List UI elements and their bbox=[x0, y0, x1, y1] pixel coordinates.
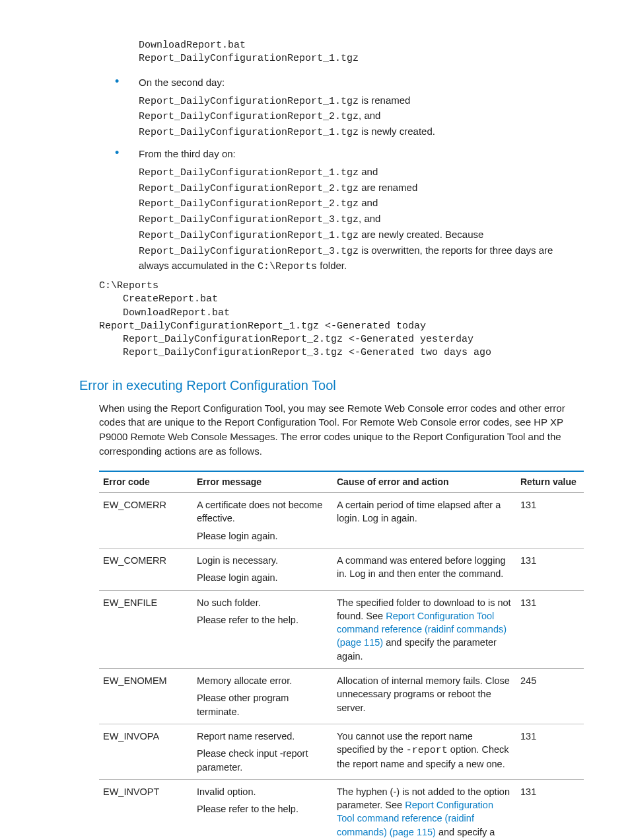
bullet-item: From the third day on: bbox=[99, 147, 584, 161]
section-paragraph: When using the Report Configuration Tool… bbox=[99, 401, 584, 459]
code-block: DownloadReport.bat Report_DailyConfigura… bbox=[139, 39, 584, 66]
table-row: EW_INVOPTInvalid option.Please refer to … bbox=[99, 779, 584, 840]
table-row: EW_INVOPAReport name reserved.Please che… bbox=[99, 724, 584, 779]
bullet-list: On the second day:Report_DailyConfigurat… bbox=[99, 75, 584, 275]
table-row: EW_COMERRLogin is necessary.Please login… bbox=[99, 548, 584, 590]
code-block: C:\Reports CreateReport.bat DownloadRepo… bbox=[99, 280, 584, 360]
error-codes-table: Error codeError messageCause of error an… bbox=[99, 471, 584, 841]
bullet-item: On the second day: bbox=[99, 75, 584, 89]
table-header: Return value bbox=[516, 471, 584, 493]
bullet-body: Report_DailyConfigurationReport_1.tgz an… bbox=[139, 165, 584, 274]
table-row: EW_ENFILENo such folder.Please refer to … bbox=[99, 590, 584, 668]
table-row: EW_ENOMEMMemory allocate error.Please ot… bbox=[99, 669, 584, 724]
bullet-body: Report_DailyConfigurationReport_1.tgz is… bbox=[139, 93, 584, 140]
table-header: Error code bbox=[99, 471, 193, 493]
table-header: Cause of error and action bbox=[333, 471, 516, 493]
section-heading: Error in executing Report Configuration … bbox=[79, 376, 584, 395]
table-row: EW_COMERRA certificate does not become e… bbox=[99, 493, 584, 549]
table-header: Error message bbox=[193, 471, 333, 493]
